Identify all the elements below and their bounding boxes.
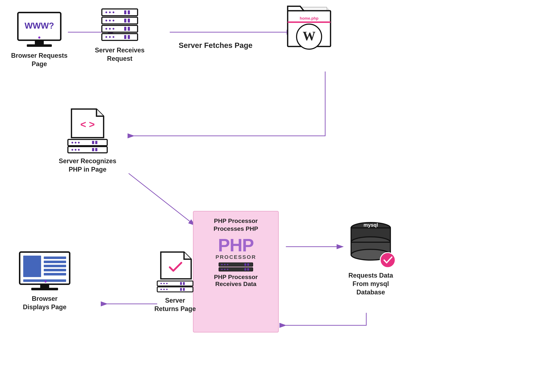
svg-point-15 <box>109 11 111 13</box>
php-receives-label: PHP ProcessorReceives Data <box>214 274 258 287</box>
svg-point-33 <box>109 36 111 38</box>
svg-rect-87 <box>183 288 185 291</box>
svg-point-46 <box>71 142 73 144</box>
svg-text:home.php: home.php <box>300 16 318 21</box>
wordpress-folder-node: home.php W <box>282 4 336 61</box>
svg-point-60 <box>227 264 228 265</box>
svg-rect-62 <box>247 263 249 266</box>
browser-displays-label: BrowserDisplays Page <box>23 294 66 311</box>
server-recognizes-icon: < > <box>61 107 114 154</box>
svg-rect-56 <box>95 148 97 151</box>
svg-point-12 <box>38 37 40 39</box>
browser-requests-label: Browser Requests Page <box>11 51 68 68</box>
svg-rect-97 <box>31 288 58 290</box>
svg-rect-41 <box>288 21 331 23</box>
svg-rect-11 <box>27 44 52 47</box>
php-processor-top-label: PHP ProcessorProcesses PHP <box>213 217 258 233</box>
server-recognizes-label: Server RecognizesPHP in Page <box>59 157 116 174</box>
svg-rect-81 <box>183 282 185 285</box>
browser-displays-icon <box>18 250 71 291</box>
svg-point-21 <box>109 20 111 21</box>
svg-point-83 <box>160 289 162 290</box>
php-processor-box: PHP ProcessorProcesses PHP PHP PROCESSOR… <box>193 211 279 332</box>
svg-rect-82 <box>157 287 193 292</box>
mysql-label: Requests DataFrom mysql Database <box>339 271 402 296</box>
svg-point-84 <box>163 289 165 290</box>
mysql-icon: mysql <box>346 218 396 268</box>
svg-point-59 <box>224 264 226 265</box>
svg-rect-76 <box>157 281 193 286</box>
svg-text:WWW?: WWW? <box>24 21 54 30</box>
svg-point-16 <box>113 11 114 13</box>
svg-point-98 <box>45 280 47 283</box>
browser-monitor-icon: WWW? <box>16 11 63 48</box>
svg-rect-80 <box>180 282 182 285</box>
svg-point-64 <box>221 269 223 270</box>
php-server-rack <box>218 262 254 272</box>
svg-rect-24 <box>128 19 130 23</box>
svg-rect-23 <box>124 19 126 23</box>
svg-point-26 <box>105 28 107 30</box>
server-returns-node: ServerReturns Page <box>147 250 204 313</box>
php-big-text: PHP <box>218 236 254 254</box>
server-receives-label: Server ReceivesRequest <box>95 46 144 63</box>
svg-rect-10 <box>35 40 44 45</box>
svg-point-48 <box>78 142 80 144</box>
svg-point-66 <box>227 269 228 270</box>
diagram-container: WWW? Browser Requests Page <box>0 0 536 392</box>
svg-rect-51 <box>68 147 107 153</box>
browser-requests-node: WWW? Browser Requests Page <box>11 11 68 68</box>
svg-rect-18 <box>128 10 130 14</box>
svg-point-52 <box>71 149 73 151</box>
svg-point-20 <box>105 20 107 21</box>
svg-point-14 <box>105 11 107 13</box>
svg-point-22 <box>113 20 114 21</box>
svg-point-47 <box>75 142 76 144</box>
svg-rect-89 <box>23 256 41 277</box>
svg-rect-17 <box>124 10 126 14</box>
svg-point-53 <box>75 149 76 151</box>
svg-text:W: W <box>303 29 315 43</box>
svg-point-77 <box>160 283 162 284</box>
svg-rect-36 <box>128 35 130 39</box>
svg-rect-55 <box>92 148 94 151</box>
mysql-node: mysql Requests DataFrom mysql Database <box>339 218 402 296</box>
svg-point-78 <box>163 283 165 284</box>
server-recognizes-node: < > Server RecognizesPHP in Page <box>54 107 121 174</box>
svg-rect-45 <box>68 140 107 146</box>
svg-rect-29 <box>124 27 126 31</box>
svg-text:mysql: mysql <box>364 222 378 228</box>
svg-rect-94 <box>44 273 66 275</box>
svg-text:< >: < > <box>80 119 95 130</box>
arrows-svg <box>0 0 536 392</box>
svg-point-75 <box>380 252 395 268</box>
svg-point-79 <box>166 283 168 284</box>
svg-rect-91 <box>44 261 66 263</box>
svg-point-27 <box>109 28 111 30</box>
svg-rect-50 <box>95 141 97 144</box>
svg-point-32 <box>105 36 107 38</box>
svg-rect-35 <box>124 35 126 39</box>
svg-point-85 <box>166 289 168 290</box>
svg-rect-49 <box>92 141 94 144</box>
svg-rect-92 <box>44 265 66 267</box>
server-fetches-label: Server Fetches Page <box>179 41 252 50</box>
svg-rect-61 <box>245 263 246 266</box>
svg-point-58 <box>221 264 223 265</box>
svg-rect-68 <box>247 268 249 271</box>
wordpress-folder-icon: home.php W <box>284 4 334 61</box>
svg-rect-67 <box>245 268 246 271</box>
php-processor-text: PROCESSOR <box>216 254 256 260</box>
browser-displays-node: BrowserDisplays Page <box>14 250 75 311</box>
svg-line-4 <box>129 173 195 225</box>
server-returns-label: ServerReturns Page <box>154 296 196 313</box>
svg-rect-30 <box>128 27 130 31</box>
svg-point-65 <box>224 269 226 270</box>
svg-point-34 <box>113 36 114 38</box>
svg-point-28 <box>113 28 114 30</box>
svg-rect-93 <box>44 269 66 271</box>
server-receives-node: Server ReceivesRequest <box>95 7 145 63</box>
svg-rect-96 <box>40 284 49 288</box>
server-receives-icon <box>98 7 141 43</box>
svg-rect-90 <box>44 257 66 259</box>
